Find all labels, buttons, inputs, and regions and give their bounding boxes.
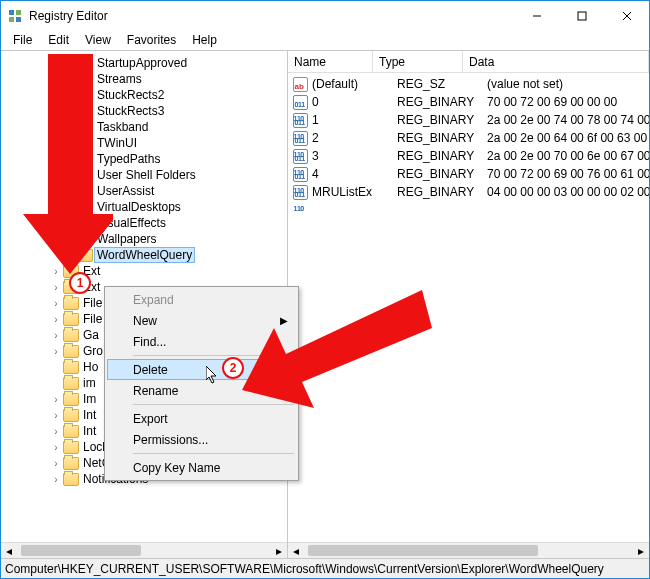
scroll-thumb[interactable] <box>21 545 141 556</box>
expand-icon[interactable]: › <box>49 328 63 342</box>
value-row[interactable]: 0111100REG_BINARY70 00 72 00 69 00 00 00 <box>288 93 649 111</box>
minimize-button[interactable] <box>514 1 559 30</box>
tree-item-label: Streams <box>97 72 142 86</box>
tree-item[interactable]: ›VisualEffects <box>1 215 287 231</box>
folder-icon <box>77 249 93 262</box>
value-name: MRUListEx <box>312 185 392 199</box>
column-name[interactable]: Name <box>288 51 373 72</box>
scroll-right-icon[interactable]: ▸ <box>633 543 649 558</box>
ctx-rename[interactable]: Rename <box>107 380 296 401</box>
menu-favorites[interactable]: Favorites <box>119 31 184 49</box>
value-row[interactable]: 0111104REG_BINARY70 00 72 00 69 00 76 00… <box>288 165 649 183</box>
scroll-thumb[interactable] <box>308 545 538 556</box>
tree-item[interactable]: ›Streams <box>1 71 287 87</box>
value-type: REG_BINARY <box>392 131 482 145</box>
expand-icon[interactable]: › <box>63 200 77 214</box>
expand-icon[interactable]: › <box>63 216 77 230</box>
scroll-right-icon[interactable]: ▸ <box>271 543 287 558</box>
folder-icon <box>77 169 93 182</box>
expand-icon[interactable]: › <box>49 456 63 470</box>
ctx-new[interactable]: New ▶ <box>107 310 296 331</box>
value-data: 70 00 72 00 69 00 00 00 <box>482 95 649 109</box>
expand-icon[interactable]: › <box>63 232 77 246</box>
expand-icon[interactable] <box>63 248 77 262</box>
ctx-export[interactable]: Export <box>107 408 296 429</box>
tree-item[interactable]: ›UserAssist <box>1 183 287 199</box>
tree-item-label: StuckRects2 <box>97 88 164 102</box>
value-row[interactable]: 0111101REG_BINARY2a 00 2e 00 74 00 78 00… <box>288 111 649 129</box>
column-data[interactable]: Data <box>463 51 649 72</box>
tree-item-label: im <box>83 376 96 390</box>
menu-help[interactable]: Help <box>184 31 225 49</box>
expand-icon[interactable]: › <box>49 408 63 422</box>
column-type[interactable]: Type <box>373 51 463 72</box>
value-row[interactable]: ab(Default)REG_SZ(value not set) <box>288 75 649 93</box>
tree-item[interactable]: ›Ext <box>1 263 287 279</box>
expand-icon[interactable] <box>63 120 77 134</box>
expand-icon[interactable] <box>49 360 63 374</box>
svg-rect-1 <box>16 10 21 15</box>
value-data: 70 00 72 00 69 00 76 00 61 00 74 <box>482 167 649 181</box>
tree-hscrollbar[interactable]: ◂ ▸ <box>1 542 287 558</box>
tree-item[interactable]: TypedPaths <box>1 151 287 167</box>
menu-edit[interactable]: Edit <box>40 31 77 49</box>
tree-item[interactable]: ›StartupApproved <box>1 55 287 71</box>
values-pane[interactable]: Name Type Data ab(Default)REG_SZ(value n… <box>288 51 649 558</box>
tree-item[interactable]: StuckRects3 <box>1 103 287 119</box>
tree-item[interactable]: ›Wallpapers <box>1 231 287 247</box>
value-row[interactable]: 011110MRUListExREG_BINARY04 00 00 00 03 … <box>288 183 649 201</box>
value-type: REG_BINARY <box>392 185 482 199</box>
ctx-permissions[interactable]: Permissions... <box>107 429 296 450</box>
expand-icon[interactable]: › <box>49 296 63 310</box>
expand-icon[interactable] <box>49 376 63 390</box>
expand-icon[interactable]: › <box>63 136 77 150</box>
tree-item[interactable]: ›TWinUI <box>1 135 287 151</box>
binary-value-icon: 011110 <box>292 148 308 164</box>
expand-icon[interactable] <box>63 104 77 118</box>
value-name: (Default) <box>312 77 392 91</box>
expand-icon[interactable]: › <box>49 280 63 294</box>
values-hscrollbar[interactable]: ◂ ▸ <box>288 542 649 558</box>
expand-icon[interactable]: › <box>49 472 63 486</box>
scroll-left-icon[interactable]: ◂ <box>1 543 17 558</box>
tree-item-label: User Shell Folders <box>97 168 196 182</box>
expand-icon[interactable]: › <box>63 184 77 198</box>
tree-item[interactable]: StuckRects2 <box>1 87 287 103</box>
value-row[interactable]: 0111102REG_BINARY2a 00 2e 00 64 00 6f 00… <box>288 129 649 147</box>
scroll-left-icon[interactable]: ◂ <box>288 543 304 558</box>
maximize-button[interactable] <box>559 1 604 30</box>
folder-icon <box>63 441 79 454</box>
folder-icon <box>77 73 93 86</box>
close-button[interactable] <box>604 1 649 30</box>
expand-icon[interactable]: › <box>49 344 63 358</box>
svg-rect-5 <box>578 12 586 20</box>
expand-icon[interactable] <box>63 152 77 166</box>
expand-icon[interactable] <box>63 168 77 182</box>
expand-icon[interactable]: › <box>49 264 63 278</box>
value-name: 0 <box>312 95 392 109</box>
ctx-copy-key-name[interactable]: Copy Key Name <box>107 457 296 478</box>
expand-icon[interactable]: › <box>63 56 77 70</box>
menu-file[interactable]: File <box>5 31 40 49</box>
expand-icon[interactable] <box>63 88 77 102</box>
ctx-find[interactable]: Find... <box>107 331 296 352</box>
tree-item[interactable]: User Shell Folders <box>1 167 287 183</box>
expand-icon[interactable]: › <box>49 424 63 438</box>
tree-item[interactable]: WordWheelQuery <box>1 247 287 263</box>
tree-item[interactable]: ›VirtualDesktops <box>1 199 287 215</box>
expand-icon[interactable]: › <box>49 392 63 406</box>
tree-item[interactable]: Taskband <box>1 119 287 135</box>
menu-view[interactable]: View <box>77 31 119 49</box>
window-title: Registry Editor <box>29 9 108 23</box>
expand-icon[interactable]: › <box>63 72 77 86</box>
value-row[interactable]: 0111103REG_BINARY2a 00 2e 00 70 00 6e 00… <box>288 147 649 165</box>
values-list[interactable]: ab(Default)REG_SZ(value not set)0111100R… <box>288 73 649 201</box>
value-data: 2a 00 2e 00 64 00 6f 00 63 00 78 <box>482 131 649 145</box>
svg-rect-3 <box>16 17 21 22</box>
expand-icon[interactable]: › <box>49 440 63 454</box>
ctx-expand[interactable]: Expand <box>107 289 296 310</box>
chevron-right-icon: ▶ <box>280 315 288 326</box>
expand-icon[interactable]: › <box>49 312 63 326</box>
tree-item-label: TWinUI <box>97 136 137 150</box>
ctx-delete[interactable]: Delete <box>107 359 296 380</box>
